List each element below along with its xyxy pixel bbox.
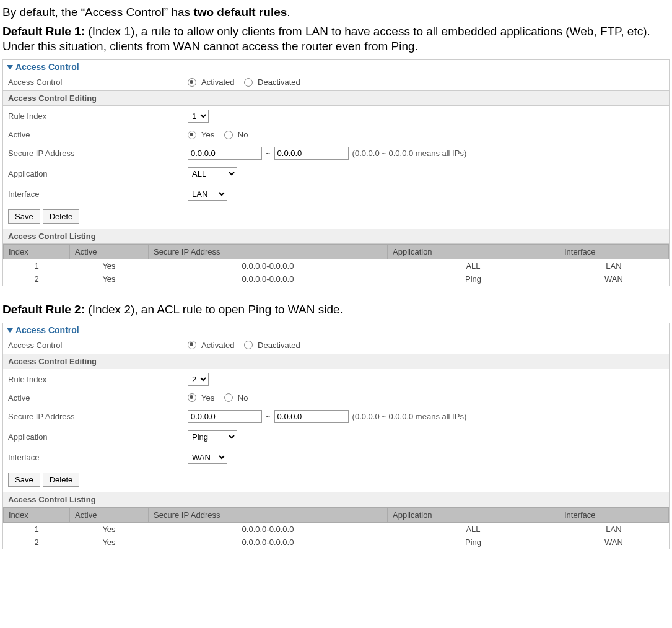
cell-active: Yes: [70, 273, 149, 286]
col-index: Index: [4, 507, 70, 522]
ip-from-input[interactable]: [188, 147, 262, 160]
radio-deactivated[interactable]: [244, 341, 253, 349]
col-interface: Interface: [559, 507, 669, 522]
button-bar: Save Delete: [3, 204, 669, 229]
delete-button[interactable]: Delete: [43, 209, 80, 224]
cell-secure-ip: 0.0.0.0-0.0.0.0: [149, 259, 388, 273]
row-rule-index: Rule Index 2: [3, 369, 669, 390]
button-bar: Save Delete: [3, 468, 669, 492]
listing-head: Access Control Listing: [3, 492, 669, 507]
label-interface: Interface: [8, 190, 188, 199]
ip-hint: (0.0.0.0 ~ 0.0.0.0 means all IPs): [352, 412, 467, 421]
row-secure-ip: Secure IP Address ~ (0.0.0.0 ~ 0.0.0.0 m…: [3, 406, 669, 427]
cell-interface: LAN: [559, 522, 669, 536]
label-active: Active: [8, 393, 188, 403]
panel-title-text: Access Control: [15, 325, 79, 335]
radio-active-no[interactable]: [224, 393, 233, 402]
cell-index: 1: [4, 522, 70, 536]
col-index: Index: [4, 245, 70, 259]
radio-active-yes[interactable]: [188, 393, 196, 402]
delete-button[interactable]: Delete: [43, 473, 80, 487]
ip-to-input[interactable]: [274, 147, 349, 160]
tilde: ~: [266, 412, 271, 421]
table-header-row: Index Active Secure IP Address Applicati…: [4, 245, 669, 259]
chevron-down-icon: [7, 328, 13, 333]
intro-line-1: By default, the “Access Control” has two…: [2, 5, 670, 20]
cell-index: 2: [4, 536, 70, 549]
panel-title-text: Access Control: [15, 62, 79, 72]
table-row: 2 Yes 0.0.0.0-0.0.0.0 Ping WAN: [4, 273, 669, 286]
access-control-panel-1: Access Control Access Control Activated …: [2, 59, 670, 286]
cell-active: Yes: [70, 259, 149, 273]
label-interface: Interface: [8, 453, 188, 462]
table-header-row: Index Active Secure IP Address Applicati…: [4, 507, 669, 522]
row-application: Application Ping: [3, 427, 669, 447]
radio-deactivated-label: Deactivated: [258, 341, 300, 350]
intro-1-suffix: .: [287, 6, 290, 19]
cell-active: Yes: [70, 522, 149, 536]
cell-application: Ping: [388, 273, 559, 286]
cell-index: 1: [4, 259, 70, 273]
rule1-label: Default Rule 1:: [2, 25, 85, 38]
rule-index-select[interactable]: 2: [188, 373, 209, 386]
radio-no-label: No: [238, 393, 248, 403]
editing-head: Access Control Editing: [3, 90, 669, 106]
intro-rule-2: Default Rule 2: (Index 2), an ACL rule t…: [2, 302, 670, 318]
row-secure-ip: Secure IP Address ~ (0.0.0.0 ~ 0.0.0.0 m…: [3, 143, 669, 164]
save-button[interactable]: Save: [8, 473, 40, 487]
cell-interface: WAN: [559, 273, 669, 286]
cell-interface: LAN: [559, 259, 669, 273]
application-select[interactable]: Ping: [188, 430, 237, 443]
label-application: Application: [8, 432, 188, 442]
col-active: Active: [70, 507, 149, 522]
table-row: 2 Yes 0.0.0.0-0.0.0.0 Ping WAN: [4, 536, 669, 549]
save-button[interactable]: Save: [8, 209, 40, 224]
col-active: Active: [70, 245, 149, 259]
cell-secure-ip: 0.0.0.0-0.0.0.0: [149, 536, 388, 549]
rule-index-select[interactable]: 1: [188, 110, 209, 123]
radio-deactivated[interactable]: [244, 78, 253, 87]
intro-1-bold: two default rules: [193, 6, 287, 19]
listing-head: Access Control Listing: [3, 229, 669, 244]
row-application: Application ALL: [3, 164, 669, 184]
radio-active-no[interactable]: [224, 131, 233, 139]
intro-1-prefix: By default, the “Access Control” has: [2, 6, 193, 19]
interface-select[interactable]: LAN: [188, 188, 227, 201]
table-row: 1 Yes 0.0.0.0-0.0.0.0 ALL LAN: [4, 522, 669, 536]
listing-table: Index Active Secure IP Address Applicati…: [3, 244, 669, 286]
cell-application: ALL: [388, 259, 559, 273]
row-interface: Interface WAN: [3, 447, 669, 468]
cell-index: 2: [4, 273, 70, 286]
radio-activated[interactable]: [188, 78, 196, 87]
cell-application: ALL: [388, 522, 559, 536]
col-secure-ip: Secure IP Address: [149, 245, 388, 259]
access-control-panel-2: Access Control Access Control Activated …: [2, 323, 670, 549]
table-row: 1 Yes 0.0.0.0-0.0.0.0 ALL LAN: [4, 259, 669, 273]
label-secure-ip: Secure IP Address: [8, 149, 188, 158]
interface-select[interactable]: WAN: [188, 451, 227, 464]
radio-activated[interactable]: [188, 341, 196, 349]
row-interface: Interface LAN: [3, 184, 669, 204]
rule2-label: Default Rule 2:: [2, 303, 85, 316]
radio-yes-label: Yes: [201, 130, 214, 139]
radio-activated-label: Activated: [201, 77, 234, 87]
intro-rule-1: Default Rule 1: (Index 1), a rule to all…: [2, 24, 670, 55]
row-active: Active Yes No: [3, 126, 669, 143]
cell-secure-ip: 0.0.0.0-0.0.0.0: [149, 273, 388, 286]
ip-hint: (0.0.0.0 ~ 0.0.0.0 means all IPs): [352, 149, 467, 158]
label-rule-index: Rule Index: [8, 111, 188, 121]
label-access-control: Access Control: [8, 341, 188, 350]
radio-deactivated-label: Deactivated: [258, 77, 300, 87]
ip-to-input[interactable]: [274, 410, 349, 423]
cell-interface: WAN: [559, 536, 669, 549]
application-select[interactable]: ALL: [188, 167, 237, 180]
label-rule-index: Rule Index: [8, 375, 188, 384]
row-rule-index: Rule Index 1: [3, 106, 669, 126]
radio-activated-label: Activated: [201, 341, 234, 350]
label-secure-ip: Secure IP Address: [8, 412, 188, 421]
radio-active-yes[interactable]: [188, 131, 196, 139]
col-application: Application: [388, 245, 559, 259]
listing-table: Index Active Secure IP Address Applicati…: [3, 507, 669, 549]
cell-application: Ping: [388, 536, 559, 549]
ip-from-input[interactable]: [188, 410, 262, 423]
